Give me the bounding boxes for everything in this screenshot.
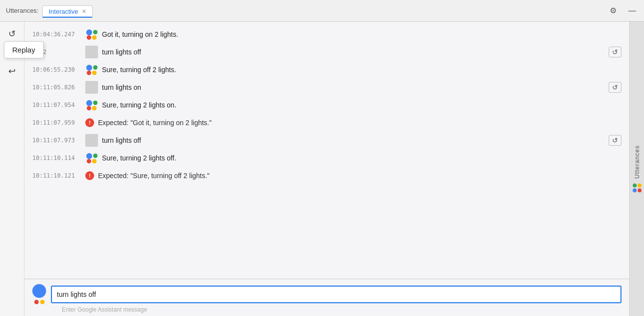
timestamp-3: 10:06:55.230 — [32, 66, 81, 73]
sidebar-dot-blue — [633, 188, 637, 192]
main-container: ↺ Replay ⊟ ↩ 10:04:36.247 — [0, 22, 644, 316]
sidebar-text: Utterances — [634, 145, 641, 179]
table-row: 10:11:07.973 turn lights off ↺ — [25, 132, 629, 149]
timestamp-9: 10:11:10.121 — [32, 172, 81, 179]
timestamp-1: 10:04:36.247 — [32, 31, 81, 38]
sidebar-label: Utterances — [633, 145, 642, 192]
avatar-user-2 — [85, 46, 98, 58]
input-hint: Enter Google Assistant message — [32, 304, 621, 313]
title-bar-icons: ⚙ — — [608, 4, 638, 17]
message-input[interactable] — [51, 286, 621, 303]
ga-dot-blue-large — [32, 284, 46, 298]
message-text-9: Expected: "Sure, turning off 2 lights." — [98, 172, 621, 180]
left-toolbar: ↺ Replay ⊟ ↩ — [0, 22, 25, 316]
message-text-3: Sure, turning off 2 lights. — [102, 66, 621, 74]
message-text-2: turn lights off — [102, 48, 605, 56]
message-text-6: Expected: "Got it, turning on 2 lights." — [98, 119, 621, 127]
error-icon-6: ! — [85, 118, 94, 127]
error-icon-9: ! — [85, 171, 94, 180]
title-bar: Utterances: Interactive × ⚙ — — [0, 0, 644, 22]
content-area: 10:04:36.247 Got it, turning on 2 lights… — [25, 22, 629, 316]
table-row: 10:11:07.954 Sure, turning 2 lights on. — [25, 96, 629, 114]
message-text-4: turn lights on — [102, 83, 605, 91]
replay-inline-button-7[interactable]: ↺ — [609, 135, 621, 146]
avatar-user-4 — [85, 81, 98, 94]
tab-interactive-label: Interactive — [49, 8, 78, 15]
table-row: .272 turn lights off ↺ — [25, 43, 629, 61]
right-sidebar: Utterances — [629, 22, 644, 316]
message-text-7: turn lights off — [102, 136, 605, 144]
table-row: 10:11:05.826 turn lights on ↺ — [25, 79, 629, 96]
ga-dot-yellow-small — [40, 300, 45, 304]
undo-button[interactable]: ↩ — [4, 63, 21, 79]
timestamp-8: 10:11:10.114 — [32, 155, 81, 161]
replay-inline-button-4[interactable]: ↺ — [609, 82, 621, 93]
input-area: Enter Google Assistant message — [25, 279, 629, 316]
table-row: 10:11:10.121 ! Expected: "Sure, turning … — [25, 167, 629, 184]
table-row: 10:06:55.230 Sure, turning off 2 lights. — [25, 61, 629, 79]
sidebar-dot-green — [633, 184, 637, 187]
replay-inline-button-2[interactable]: ↺ — [609, 47, 621, 57]
avatar-user-7 — [85, 134, 98, 147]
timestamp-6: 10:11:07.959 — [32, 119, 81, 126]
replay-button[interactable]: ↺ — [4, 26, 21, 42]
ga-dot-red-small — [34, 300, 39, 304]
input-row — [32, 284, 621, 304]
timestamp-7: 10:11:07.973 — [32, 137, 81, 144]
timestamp-4: 10:11:05.826 — [32, 84, 81, 91]
message-text-5: Sure, turning 2 lights on. — [102, 101, 621, 109]
sidebar-ga-dots — [633, 184, 642, 192]
timestamp-5: 10:11:07.954 — [32, 102, 81, 108]
minimize-button[interactable]: — — [626, 4, 638, 17]
tab-interactive[interactable]: Interactive × — [42, 5, 92, 17]
messages-list: 10:04:36.247 Got it, turning on 2 lights… — [25, 22, 629, 279]
message-text-8: Sure, turning 2 lights off. — [102, 154, 621, 162]
tab-close-icon[interactable]: × — [82, 8, 86, 15]
ga-avatar-input — [32, 284, 46, 304]
message-text-1: Got it, turning on 2 lights. — [102, 30, 621, 38]
sidebar-dot-yellow — [638, 184, 642, 187]
avatar-assistant-1 — [85, 29, 98, 40]
settings-button[interactable]: ⚙ — [608, 4, 619, 17]
avatar-assistant-5 — [85, 100, 98, 110]
utterances-label: Utterances: — [6, 7, 38, 14]
avatar-assistant-8 — [85, 153, 98, 163]
replay-tooltip: Replay — [4, 41, 44, 58]
table-row: 10:11:10.114 Sure, turning 2 lights off. — [25, 149, 629, 167]
sidebar-dot-red — [638, 188, 642, 192]
avatar-assistant-3 — [85, 65, 98, 75]
table-row: 10:04:36.247 Got it, turning on 2 lights… — [25, 26, 629, 43]
table-row: 10:11:07.959 ! Expected: "Got it, turnin… — [25, 114, 629, 132]
